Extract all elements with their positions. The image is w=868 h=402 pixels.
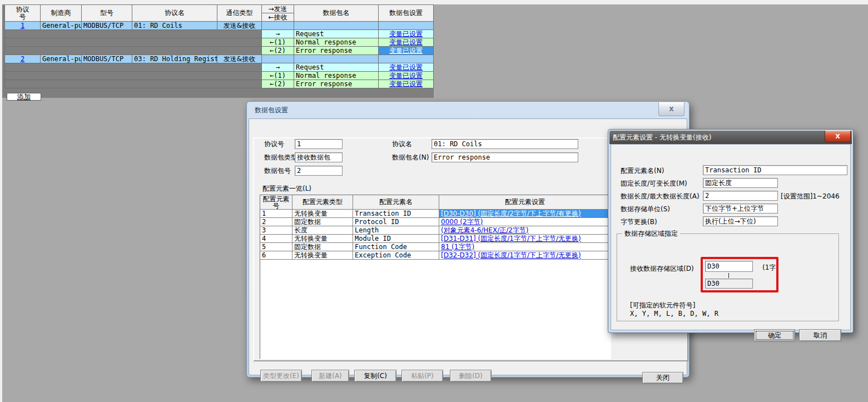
packet-no-field[interactable]: 2 (295, 166, 343, 176)
elem-setting-link[interactable]: 81 (1字节) (441, 244, 474, 251)
byte-swap-field[interactable]: 执行(上位→下位) (703, 216, 778, 226)
header-elem-name: 配置元素名 (353, 195, 439, 210)
cell-dir: ←(1) (262, 38, 294, 46)
cell-elem-setting: [D31-D31] (固定长度/1字节/下上字节/无更换) (439, 235, 611, 243)
cell-packet-setting: 变量已设置 (379, 47, 433, 54)
add-protocol-button[interactable]: 添加 (7, 93, 41, 101)
protocol-no-field[interactable]: 1 (295, 139, 343, 149)
cell-model: MODBUS/TCP (82, 55, 132, 63)
header-comm-type: 通信类型 (217, 5, 261, 21)
packet-type-label: 数据包类型 (264, 153, 297, 162)
ok-button[interactable]: 确定 (754, 329, 795, 341)
data-length-label: 数据长度/最大数据长度(A) (621, 192, 700, 201)
close-icon[interactable]: X (825, 131, 851, 142)
length-type-label: 固定长度/可变长度(M) (621, 180, 687, 188)
cell-packet-name: Normal response (294, 72, 378, 80)
cell-packet-setting: 变量已设置 (379, 30, 433, 38)
cell-elem-name: Function Code (353, 243, 439, 251)
cell-elem-no: 4 (260, 235, 292, 243)
header-protocol-no: 协议号 (5, 5, 40, 21)
packet-type-field[interactable]: 接收数据包 (295, 152, 343, 162)
storage-area-group-title: 数据存储区域指定 (622, 230, 680, 238)
element-dialog-body: 配置元素名(N) Transaction ID 固定长度/可变长度(M) 固定长… (611, 144, 851, 330)
storage-unit-label: 数据存储单位(S) (621, 205, 670, 214)
cell-protocol-no: 2 (5, 55, 40, 63)
cell-elem-setting: [D30-D30] (固定长度/2字节/下上字节/有更换) (439, 210, 611, 218)
change-type-button: 类型更改(E) (260, 370, 302, 382)
cell-comm-type: 发送&接收 (217, 55, 261, 63)
cell-empty (262, 22, 294, 29)
protocol-table: 协议号 制造商 型号 协议名 通信类型 →发送 ←接收 数据包名 数据包设置 1… (4, 4, 434, 88)
cell-elem-no: 6 (260, 251, 292, 260)
cell-dir: ←(2) (262, 80, 294, 88)
cell-elem-no: 3 (260, 226, 292, 235)
data-length-field[interactable]: 2 (703, 191, 778, 201)
element-list-table: 配置元素号 配置元素类型 配置元素名 配置元素设置 1无转换变量Transact… (260, 195, 611, 359)
protocol-name-label: 协议名 (392, 140, 412, 148)
protocol-number-link[interactable]: 1 (21, 22, 24, 29)
packet-setting-link[interactable]: 变量已设置 (389, 47, 423, 54)
row-spacer (5, 80, 261, 88)
cell-empty (262, 55, 294, 63)
cell-empty (294, 55, 378, 63)
cell-protocol-name: 03: RD Holding Registers (132, 55, 217, 63)
storage-unit-field[interactable]: 下位字节+上位字节 (703, 204, 778, 214)
cell-model: MODBUS/TCP (82, 22, 132, 29)
header-maker: 制造商 (41, 5, 81, 21)
elem-setting-link[interactable]: (对象元素4-6/HEX/正/2字节) (441, 227, 529, 234)
cell-elem-setting: 81 (1字节) (439, 243, 611, 251)
close-button[interactable]: 关闭 (642, 372, 683, 384)
cell-elem-name: Module ID (353, 235, 439, 243)
cell-protocol-no: 1 (5, 22, 40, 29)
elem-setting-link[interactable]: [D30-D30] (固定长度/2字节/下上字节/有更换) (441, 210, 581, 217)
cell-packet-setting: 变量已设置 (379, 80, 433, 88)
protocol-list-area: 协议号 制造商 型号 协议名 通信类型 →发送 ←接收 数据包名 数据包设置 1… (2, 4, 434, 98)
copy-button[interactable]: 复制(C) (354, 370, 396, 382)
packet-setting-link[interactable]: 变量已设置 (389, 81, 423, 88)
cell-elem-setting: 0000 (2字节) (439, 218, 611, 226)
cell-packet-setting: 变量已设置 (379, 63, 433, 71)
header-elem-setting: 配置元素设置 (439, 195, 611, 210)
device-symbols-list: X, Y, M, L, B, D, W, R (630, 310, 718, 318)
data-length-range-note: [设置范围]1~2046 (781, 192, 840, 201)
row-spacer (5, 72, 261, 80)
delete-button: 删除(D) (450, 370, 492, 382)
packet-setting-link[interactable]: 变量已设置 (389, 39, 423, 46)
packet-name-field[interactable]: Error response (431, 152, 578, 162)
elem-setting-link[interactable]: [D32-D32] (固定长度/1字节/下上字节/无更换) (441, 252, 581, 259)
cell-packet-name: Error response (294, 80, 378, 88)
cancel-button[interactable]: 取消 (799, 329, 841, 341)
row-spacer (5, 30, 261, 38)
cell-elem-name: Exception Code (353, 251, 439, 260)
protocol-name-field[interactable]: 01: RD Coils (431, 139, 578, 149)
protocol-no-label: 协议号 (264, 140, 284, 148)
cell-packet-name: Request (294, 63, 378, 71)
cell-elem-setting: [D32-D32] (固定长度/1字节/下上字节/无更换) (439, 251, 611, 260)
packet-setting-link[interactable]: 变量已设置 (389, 72, 423, 80)
protocol-number-link[interactable]: 2 (21, 56, 24, 63)
word-count-label: (1字) (762, 264, 778, 272)
element-name-label: 配置元素名(N) (621, 167, 664, 175)
paste-button: 粘贴(P) (401, 370, 443, 382)
packet-setting-link[interactable]: 变量已设置 (389, 31, 423, 38)
element-name-field[interactable]: Transaction ID (703, 165, 847, 175)
range-connector (728, 273, 729, 278)
length-type-field[interactable]: 固定长度 (703, 178, 778, 188)
byte-swap-label: 字节更换(B) (621, 218, 657, 226)
elem-setting-link[interactable]: [D31-D31] (固定长度/1字节/下上字节/无更换) (441, 235, 581, 242)
header-packet-name: 数据包名 (294, 5, 378, 21)
cell-elem-name: Transaction ID (353, 210, 439, 218)
header-model: 型号 (82, 5, 132, 21)
cell-packet-setting: 变量已设置 (379, 72, 433, 80)
close-icon[interactable]: X (658, 102, 685, 116)
packet-setting-link[interactable]: 变量已设置 (389, 64, 423, 71)
cell-elem-type: 无转换变量 (292, 251, 353, 260)
cell-dir: → (262, 63, 294, 71)
elem-setting-link[interactable]: 0000 (2字节) (441, 219, 483, 226)
cell-elem-no: 1 (260, 210, 292, 218)
cell-empty (379, 55, 433, 63)
cell-packet-setting: 变量已设置 (379, 38, 433, 46)
cell-elem-name: Protocol ID (353, 218, 439, 226)
cell-packet-name: Normal response (294, 38, 378, 46)
storage-area-start-input[interactable]: D30 (705, 261, 753, 272)
